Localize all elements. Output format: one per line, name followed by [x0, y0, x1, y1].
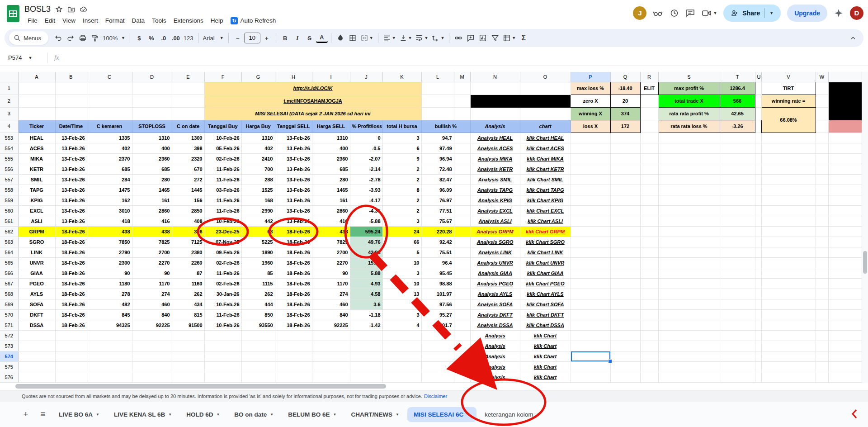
cell[interactable]	[761, 247, 816, 257]
cell-stoploss[interactable]: 2860	[132, 205, 172, 216]
cell-harga-buy[interactable]: 1310	[241, 133, 275, 143]
cell[interactable]	[816, 226, 828, 237]
cell[interactable]	[755, 289, 761, 299]
row-header-2[interactable]: 2	[0, 95, 18, 107]
cell[interactable]	[454, 95, 470, 107]
cell[interactable]	[816, 330, 828, 341]
cell-c-on-date[interactable]: 2260	[172, 257, 204, 268]
cell[interactable]	[761, 341, 816, 351]
cell-harga-buy[interactable]: 288	[241, 174, 275, 185]
cell[interactable]	[720, 341, 755, 351]
cell-harga-buy[interactable]: 1525	[241, 185, 275, 195]
cell-total-h-bursa[interactable]: 13	[382, 289, 421, 299]
cell-ticker[interactable]: DSSA	[18, 320, 55, 330]
cell[interactable]	[132, 107, 172, 120]
cell[interactable]	[454, 107, 470, 120]
cell[interactable]	[640, 174, 658, 185]
stat-winning-rate-value[interactable]: 66.08%	[761, 107, 816, 133]
row-header-566[interactable]: 566	[0, 268, 18, 278]
row-header-560[interactable]: 560	[0, 205, 18, 216]
cell-ticker[interactable]: ASLI	[18, 216, 55, 226]
cell[interactable]	[312, 361, 350, 372]
column-header-Q[interactable]: Q	[610, 72, 640, 82]
menu-auto-refresh[interactable]: ↻ Auto Refresh	[231, 17, 276, 24]
cell[interactable]	[571, 330, 610, 341]
cell-profit-loss[interactable]: 3.6	[350, 299, 382, 309]
horizontal-scrollbar-thumb[interactable]	[15, 384, 386, 389]
bold-button[interactable]: B	[279, 32, 291, 44]
cell[interactable]	[454, 174, 470, 185]
cell[interactable]	[610, 320, 640, 330]
cell[interactable]	[610, 278, 640, 289]
cell[interactable]	[571, 226, 610, 237]
cell[interactable]	[571, 341, 610, 351]
cell[interactable]	[454, 372, 470, 382]
cell[interactable]	[571, 133, 610, 143]
stat-zero-label[interactable]: zero X	[571, 95, 610, 107]
cell-stoploss[interactable]: 1465	[132, 185, 172, 195]
col-label-harga-buy[interactable]: Harga Buy	[241, 120, 275, 133]
cell-c-kemaren[interactable]: 7850	[87, 237, 132, 247]
cell-c-on-date[interactable]: 7125	[172, 237, 204, 247]
cell[interactable]	[816, 257, 828, 268]
cell[interactable]	[454, 268, 470, 278]
cell-tanggal-buy[interactable]: 10-Feb-26	[204, 216, 241, 226]
cell[interactable]	[610, 247, 640, 257]
cell[interactable]	[610, 330, 640, 341]
analysis-link[interactable]: Analysis GRPM	[470, 226, 520, 237]
cell-harga-sell[interactable]: 2860	[312, 205, 350, 216]
cell-total-h-bursa[interactable]: 66	[382, 237, 421, 247]
cell-total-h-bursa[interactable]: 8	[382, 185, 421, 195]
cell[interactable]	[382, 341, 421, 351]
cell[interactable]	[172, 341, 204, 351]
cell-date[interactable]: 13-Feb-26	[55, 185, 87, 195]
collapse-toolbar-button[interactable]	[847, 32, 859, 44]
cell[interactable]	[720, 247, 755, 257]
column-header-K[interactable]: K	[382, 72, 421, 82]
cell[interactable]	[816, 361, 828, 372]
cell[interactable]	[18, 95, 55, 107]
cell-tanggal-buy[interactable]: 02-Feb-26	[204, 278, 241, 289]
cell-date[interactable]: 18-Feb-26	[55, 247, 87, 257]
cell[interactable]	[816, 174, 828, 185]
cell[interactable]	[275, 372, 312, 382]
cell[interactable]	[755, 351, 761, 361]
cell-tanggal-buy[interactable]: 03-Feb-26	[204, 185, 241, 195]
cell-stoploss[interactable]: 2360	[132, 153, 172, 164]
tab-keterangan-kolom[interactable]: keterangan kolom▼	[478, 407, 546, 422]
cell[interactable]	[761, 361, 816, 372]
cell-bullish[interactable]: 96.4	[421, 257, 454, 268]
cell[interactable]	[454, 330, 470, 341]
text-rotation-button[interactable]: ▼	[430, 32, 446, 44]
stat-max-profit-value[interactable]: 1286.4	[720, 82, 755, 95]
chart-link[interactable]: klik Chart SMIL	[520, 174, 571, 185]
cell-harga-buy[interactable]: 442	[241, 216, 275, 226]
cell[interactable]	[18, 361, 55, 372]
cell-total-h-bursa[interactable]: 10	[382, 257, 421, 268]
col-label-ticker[interactable]: Ticker	[18, 120, 55, 133]
cell[interactable]	[350, 341, 382, 351]
cell[interactable]	[640, 257, 658, 268]
cell[interactable]	[610, 174, 640, 185]
undo-button[interactable]	[52, 32, 64, 44]
cell[interactable]	[55, 330, 87, 341]
cell-profit-loss[interactable]: 15.82	[350, 257, 382, 268]
cell-harga-buy[interactable]: 2990	[241, 205, 275, 216]
cell[interactable]	[87, 351, 132, 361]
cell[interactable]	[761, 268, 816, 278]
menu-tools[interactable]: Tools	[149, 16, 170, 25]
cell[interactable]	[720, 153, 755, 164]
cell[interactable]	[755, 257, 761, 268]
cell[interactable]	[816, 341, 828, 351]
cell-profit-loss[interactable]: -4.17	[350, 195, 382, 205]
cell[interactable]	[761, 185, 816, 195]
tab-scroll-left-icon[interactable]	[850, 408, 860, 420]
col-label-stoploss[interactable]: STOPLOSS	[132, 120, 172, 133]
cell[interactable]	[610, 216, 640, 226]
cell[interactable]	[720, 205, 755, 216]
cell[interactable]	[816, 289, 828, 299]
cell[interactable]	[610, 372, 640, 382]
chart-link[interactable]: klik Chart ASLI	[520, 216, 571, 226]
cell[interactable]	[610, 289, 640, 299]
cell-profit-loss[interactable]: 0	[350, 133, 382, 143]
